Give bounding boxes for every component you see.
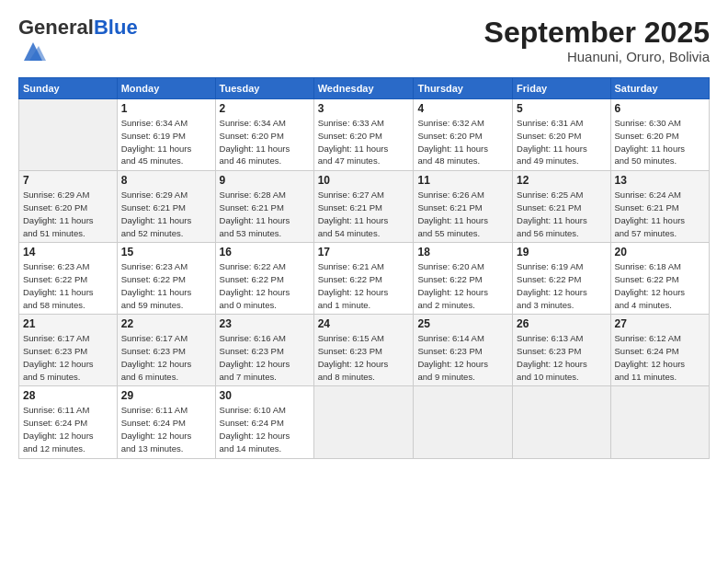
calendar-cell: 13Sunrise: 6:24 AMSunset: 6:21 PMDayligh… (610, 171, 709, 243)
calendar-cell: 26Sunrise: 6:13 AMSunset: 6:23 PMDayligh… (513, 315, 610, 386)
header-thursday: Thursday (414, 78, 513, 99)
day-info: Sunrise: 6:30 AMSunset: 6:20 PMDaylight:… (615, 117, 705, 167)
day-info: Sunrise: 6:28 AMSunset: 6:21 PMDaylight:… (220, 189, 310, 239)
header-monday: Monday (117, 78, 215, 99)
day-info: Sunrise: 6:29 AMSunset: 6:21 PMDaylight:… (121, 189, 211, 239)
calendar-cell: 4Sunrise: 6:32 AMSunset: 6:20 PMDaylight… (414, 99, 513, 171)
day-number: 25 (417, 317, 508, 330)
day-info: Sunrise: 6:11 AMSunset: 6:24 PMDaylight:… (121, 404, 211, 454)
day-number: 20 (615, 246, 705, 259)
day-info: Sunrise: 6:23 AMSunset: 6:22 PMDaylight:… (23, 260, 113, 311)
day-number: 22 (121, 317, 211, 330)
calendar-week-4: 21Sunrise: 6:17 AMSunset: 6:23 PMDayligh… (19, 315, 710, 386)
day-number: 7 (23, 174, 113, 187)
day-info: Sunrise: 6:34 AMSunset: 6:20 PMDaylight:… (220, 117, 310, 167)
calendar-cell: 9Sunrise: 6:28 AMSunset: 6:21 PMDaylight… (215, 171, 313, 243)
page-header: GeneralBlue September 2025 Huanuni, Orur… (18, 17, 710, 68)
logo-blue: Blue (94, 16, 138, 39)
calendar-cell: 10Sunrise: 6:27 AMSunset: 6:21 PMDayligh… (313, 171, 414, 243)
day-info: Sunrise: 6:17 AMSunset: 6:23 PMDaylight:… (23, 332, 113, 383)
day-number: 10 (318, 174, 410, 187)
day-number: 14 (23, 246, 113, 259)
logo-text: GeneralBlue (18, 17, 138, 39)
calendar-page: GeneralBlue September 2025 Huanuni, Orur… (0, 0, 728, 563)
calendar-cell: 30Sunrise: 6:10 AMSunset: 6:24 PMDayligh… (215, 386, 313, 458)
calendar-cell: 1Sunrise: 6:34 AMSunset: 6:19 PMDaylight… (117, 99, 215, 171)
day-info: Sunrise: 6:12 AMSunset: 6:24 PMDaylight:… (615, 332, 705, 383)
header-saturday: Saturday (610, 78, 709, 99)
day-info: Sunrise: 6:21 AMSunset: 6:22 PMDaylight:… (318, 260, 410, 311)
title-block: September 2025 Huanuni, Oruro, Bolivia (484, 17, 710, 64)
day-number: 17 (318, 246, 410, 259)
calendar-cell (414, 386, 513, 458)
day-info: Sunrise: 6:33 AMSunset: 6:20 PMDaylight:… (318, 117, 410, 167)
header-sunday: Sunday (19, 78, 118, 99)
day-info: Sunrise: 6:13 AMSunset: 6:23 PMDaylight:… (517, 332, 606, 383)
day-info: Sunrise: 6:11 AMSunset: 6:24 PMDaylight:… (23, 404, 113, 454)
day-number: 2 (220, 102, 310, 115)
day-number: 18 (417, 246, 508, 259)
header-tuesday: Tuesday (215, 78, 313, 99)
calendar-cell (610, 386, 709, 458)
calendar-cell: 15Sunrise: 6:23 AMSunset: 6:22 PMDayligh… (117, 243, 215, 315)
day-number: 16 (220, 246, 310, 259)
calendar-cell: 19Sunrise: 6:19 AMSunset: 6:22 PMDayligh… (513, 243, 610, 315)
day-number: 3 (318, 102, 410, 115)
day-number: 28 (23, 389, 113, 402)
calendar-cell: 5Sunrise: 6:31 AMSunset: 6:20 PMDaylight… (513, 99, 610, 171)
calendar-cell: 6Sunrise: 6:30 AMSunset: 6:20 PMDaylight… (610, 99, 709, 171)
day-info: Sunrise: 6:16 AMSunset: 6:23 PMDaylight:… (220, 332, 310, 383)
calendar-week-3: 14Sunrise: 6:23 AMSunset: 6:22 PMDayligh… (19, 243, 710, 315)
calendar-cell (513, 386, 610, 458)
calendar-cell: 27Sunrise: 6:12 AMSunset: 6:24 PMDayligh… (610, 315, 709, 386)
day-info: Sunrise: 6:29 AMSunset: 6:20 PMDaylight:… (23, 189, 113, 239)
day-info: Sunrise: 6:24 AMSunset: 6:21 PMDaylight:… (615, 189, 705, 239)
calendar-cell: 23Sunrise: 6:16 AMSunset: 6:23 PMDayligh… (215, 315, 313, 386)
calendar-cell: 14Sunrise: 6:23 AMSunset: 6:22 PMDayligh… (19, 243, 118, 315)
calendar-cell: 3Sunrise: 6:33 AMSunset: 6:20 PMDaylight… (313, 99, 414, 171)
calendar-header: Sunday Monday Tuesday Wednesday Thursday… (19, 78, 710, 99)
calendar-cell: 24Sunrise: 6:15 AMSunset: 6:23 PMDayligh… (313, 315, 414, 386)
month-title: September 2025 (484, 17, 710, 49)
calendar-table: Sunday Monday Tuesday Wednesday Thursday… (18, 77, 710, 458)
day-number: 5 (517, 102, 606, 115)
logo: GeneralBlue (18, 17, 138, 68)
day-number: 24 (318, 317, 410, 330)
calendar-cell: 12Sunrise: 6:25 AMSunset: 6:21 PMDayligh… (513, 171, 610, 243)
day-info: Sunrise: 6:18 AMSunset: 6:22 PMDaylight:… (615, 260, 705, 311)
calendar-cell: 11Sunrise: 6:26 AMSunset: 6:21 PMDayligh… (414, 171, 513, 243)
calendar-cell (19, 99, 118, 171)
day-info: Sunrise: 6:27 AMSunset: 6:21 PMDaylight:… (318, 189, 410, 239)
calendar-cell: 7Sunrise: 6:29 AMSunset: 6:20 PMDaylight… (19, 171, 118, 243)
day-number: 4 (417, 102, 508, 115)
day-number: 8 (121, 174, 211, 187)
calendar-cell: 25Sunrise: 6:14 AMSunset: 6:23 PMDayligh… (414, 315, 513, 386)
calendar-cell: 2Sunrise: 6:34 AMSunset: 6:20 PMDaylight… (215, 99, 313, 171)
calendar-cell: 8Sunrise: 6:29 AMSunset: 6:21 PMDaylight… (117, 171, 215, 243)
day-number: 9 (220, 174, 310, 187)
calendar-cell: 16Sunrise: 6:22 AMSunset: 6:22 PMDayligh… (215, 243, 313, 315)
calendar-cell: 21Sunrise: 6:17 AMSunset: 6:23 PMDayligh… (19, 315, 118, 386)
header-row: Sunday Monday Tuesday Wednesday Thursday… (19, 78, 710, 99)
day-number: 30 (220, 389, 310, 402)
day-number: 1 (121, 102, 211, 115)
day-number: 26 (517, 317, 606, 330)
calendar-cell: 22Sunrise: 6:17 AMSunset: 6:23 PMDayligh… (117, 315, 215, 386)
calendar-week-5: 28Sunrise: 6:11 AMSunset: 6:24 PMDayligh… (19, 386, 710, 458)
day-info: Sunrise: 6:20 AMSunset: 6:22 PMDaylight:… (417, 260, 508, 311)
day-info: Sunrise: 6:25 AMSunset: 6:21 PMDaylight:… (517, 189, 606, 239)
day-info: Sunrise: 6:15 AMSunset: 6:23 PMDaylight:… (318, 332, 410, 383)
logo-icon (20, 39, 46, 64)
day-info: Sunrise: 6:14 AMSunset: 6:23 PMDaylight:… (417, 332, 508, 383)
day-number: 15 (121, 246, 211, 259)
calendar-week-2: 7Sunrise: 6:29 AMSunset: 6:20 PMDaylight… (19, 171, 710, 243)
calendar-cell: 28Sunrise: 6:11 AMSunset: 6:24 PMDayligh… (19, 386, 118, 458)
logo-general: General (18, 16, 94, 39)
day-info: Sunrise: 6:19 AMSunset: 6:22 PMDaylight:… (517, 260, 606, 311)
day-info: Sunrise: 6:22 AMSunset: 6:22 PMDaylight:… (220, 260, 310, 311)
day-number: 23 (220, 317, 310, 330)
calendar-body: 1Sunrise: 6:34 AMSunset: 6:19 PMDaylight… (19, 99, 710, 458)
header-wednesday: Wednesday (313, 78, 414, 99)
day-info: Sunrise: 6:32 AMSunset: 6:20 PMDaylight:… (417, 117, 508, 167)
header-friday: Friday (513, 78, 610, 99)
